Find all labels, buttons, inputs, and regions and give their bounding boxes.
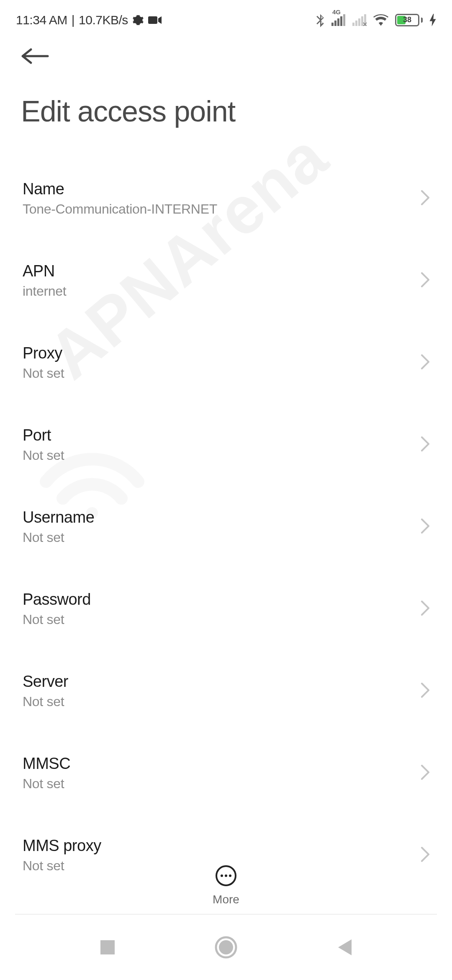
bluetooth-icon — [316, 13, 325, 27]
triangle-left-icon — [336, 938, 353, 957]
row-label: Username — [23, 508, 94, 526]
row-value: Not set — [23, 776, 70, 792]
svg-point-14 — [219, 940, 233, 954]
video-icon — [148, 15, 162, 25]
row-label: Proxy — [23, 344, 64, 362]
gear-icon — [132, 14, 144, 26]
svg-rect-5 — [340, 16, 342, 26]
svg-rect-8 — [355, 21, 357, 26]
status-time: 11:34 AM — [16, 13, 67, 27]
row-name[interactable]: Name Tone-Communication-INTERNET — [0, 166, 452, 231]
row-password[interactable]: Password Not set — [0, 576, 452, 642]
svg-rect-9 — [358, 18, 360, 26]
settings-list: Name Tone-Communication-INTERNET APN int… — [0, 137, 452, 888]
row-value: Not set — [23, 448, 64, 463]
status-separator: | — [72, 13, 74, 27]
nav-back-button[interactable] — [336, 938, 353, 957]
row-label: Server — [23, 673, 68, 691]
chevron-right-icon — [420, 518, 430, 536]
signal-4g-icon: 4G — [331, 14, 346, 26]
row-label: Port — [23, 426, 64, 444]
svg-rect-12 — [100, 940, 115, 954]
row-value: internet — [23, 284, 66, 299]
row-label: Name — [23, 180, 217, 198]
svg-rect-10 — [361, 16, 363, 26]
more-label: More — [213, 893, 239, 906]
status-net-speed: 10.7KB/s — [79, 13, 128, 27]
back-button[interactable] — [21, 42, 49, 70]
row-label: MMSC — [23, 755, 70, 773]
navigation-bar — [0, 915, 452, 980]
square-icon — [99, 939, 116, 956]
status-right: 4G 38 — [316, 13, 436, 27]
row-apn[interactable]: APN internet — [0, 248, 452, 313]
row-port[interactable]: Port Not set — [0, 412, 452, 477]
chevron-right-icon — [420, 353, 430, 372]
arrow-left-icon — [21, 48, 49, 64]
svg-rect-3 — [334, 21, 336, 26]
chevron-right-icon — [420, 846, 430, 864]
more-button[interactable]: More — [213, 865, 239, 906]
row-value: Not set — [23, 530, 94, 545]
nav-recent-button[interactable] — [99, 939, 116, 956]
charging-icon — [429, 14, 436, 26]
chevron-right-icon — [420, 436, 430, 454]
row-label: Password — [23, 591, 91, 609]
row-label: APN — [23, 262, 66, 280]
row-value: Tone-Communication-INTERNET — [23, 201, 217, 217]
svg-rect-2 — [331, 23, 334, 26]
row-value: Not set — [23, 366, 64, 381]
row-label: MMS proxy — [23, 837, 101, 855]
signal-nosim-icon — [352, 14, 367, 26]
chevron-right-icon — [420, 189, 430, 208]
nav-home-button[interactable] — [214, 935, 238, 959]
chevron-right-icon — [420, 600, 430, 618]
row-username[interactable]: Username Not set — [0, 494, 452, 560]
bottom-action-bar: More — [0, 865, 452, 906]
status-left: 11:34 AM | 10.7KB/s — [16, 13, 162, 27]
row-mmsc[interactable]: MMSC Not set — [0, 740, 452, 806]
row-server[interactable]: Server Not set — [0, 658, 452, 724]
svg-rect-7 — [352, 23, 354, 26]
chevron-right-icon — [420, 682, 430, 700]
svg-rect-1 — [148, 16, 157, 24]
row-proxy[interactable]: Proxy Not set — [0, 330, 452, 395]
header: Edit access point — [0, 38, 452, 137]
row-value: Not set — [23, 612, 91, 627]
circle-icon — [214, 935, 238, 959]
chevron-right-icon — [420, 764, 430, 782]
svg-rect-4 — [337, 18, 339, 26]
chevron-right-icon — [420, 271, 430, 290]
battery-icon: 38 — [395, 14, 423, 26]
wifi-icon — [373, 14, 388, 26]
page-title: Edit access point — [21, 95, 431, 128]
more-icon — [216, 865, 236, 886]
row-value: Not set — [23, 694, 68, 709]
svg-rect-6 — [343, 14, 345, 26]
status-bar: 11:34 AM | 10.7KB/s 4G 38 — [0, 0, 452, 38]
